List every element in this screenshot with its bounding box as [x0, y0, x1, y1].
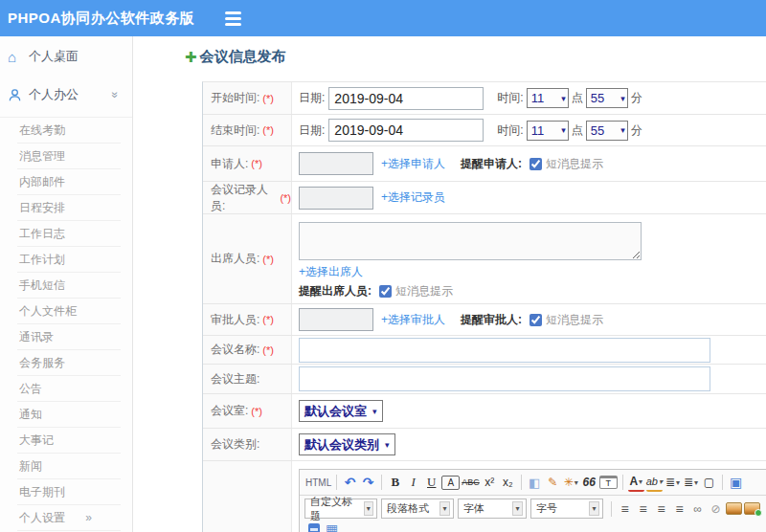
insert-table-icon[interactable]: ▦	[324, 521, 340, 532]
required-mark: (*)	[262, 344, 274, 356]
form-row-editor: HTML ↶ ↷ B I U A ABC x² x₂ ◧	[203, 461, 766, 532]
approver-input[interactable]	[299, 308, 373, 331]
field-label: 会议类别:	[203, 429, 292, 460]
start-minute-select[interactable]: 55▾	[586, 88, 628, 108]
required-mark: (*)	[251, 158, 262, 169]
choose-approver-link[interactable]: +选择审批人	[381, 312, 445, 328]
ordered-list-icon[interactable]: ≣▾	[665, 474, 681, 491]
sidebar-item-attendance[interactable]: 在线考勤	[17, 118, 121, 144]
align-left-icon[interactable]: ≡	[617, 500, 633, 518]
form-row-end-time: 结束时间:(*) 日期: 时间: 11▾ 点 55▾ 分	[203, 115, 766, 146]
sidebar-item-office[interactable]: 个人办公 »	[0, 80, 132, 109]
align-right-icon[interactable]: ≡	[653, 500, 669, 518]
fullscreen-icon[interactable]: ▣	[728, 474, 744, 491]
font-color-icon[interactable]: A▾	[628, 473, 644, 492]
meeting-subject-input[interactable]	[299, 366, 710, 391]
sidebar-item-personal-settings[interactable]: 个人设置 »	[17, 505, 121, 531]
choose-applicant-link[interactable]: +选择申请人	[381, 156, 445, 172]
paragraph-format-select[interactable]: 段落格式▾	[381, 499, 454, 519]
form-row-meeting-subject: 会议主题:	[203, 365, 766, 394]
sidebar-item-schedule[interactable]: 日程安排	[17, 195, 121, 221]
insert-link-icon[interactable]: ∞	[689, 500, 706, 518]
approver-sms-checkbox[interactable]	[529, 314, 542, 326]
upload-image-icon[interactable]	[744, 500, 760, 518]
chevron-down-icon: ▾	[620, 125, 625, 135]
sidebar-item-work-log[interactable]: 工作日志	[17, 221, 121, 247]
field-label: 会议主题:	[203, 365, 292, 393]
end-date-input[interactable]	[328, 119, 484, 142]
sidebar-item-e-journal[interactable]: 电子期刊	[17, 479, 121, 505]
form-row-meeting-type: 会议类别: 默认会议类别▾	[203, 429, 766, 461]
sidebar-item-meeting-service[interactable]: 会务服务	[17, 350, 121, 376]
sidebar-item-announcement[interactable]: 公告	[17, 376, 121, 402]
sidebar-item-internal-mail[interactable]: 内部邮件	[17, 169, 121, 195]
subscript-icon[interactable]: x₂	[500, 474, 516, 491]
applicant-input[interactable]	[299, 152, 373, 175]
end-minute-select[interactable]: 55▾	[586, 121, 628, 141]
font-style-icon[interactable]: A	[441, 476, 460, 490]
field-label: 审批人员:(*)	[203, 304, 292, 335]
choose-recorder-link[interactable]: +选择记录员	[381, 189, 445, 206]
form-row-attendees: 出席人员:(*) +选择出席人 提醒出席人员: 短消息提示	[203, 214, 766, 304]
hour-unit: 点	[572, 90, 583, 106]
remind-approver-label: 提醒审批人:	[461, 312, 522, 328]
sidebar-item-desktop[interactable]: ⌂ 个人桌面	[0, 42, 132, 71]
chevron-down-icon: ▾	[620, 94, 625, 103]
redo-icon[interactable]: ↷	[360, 474, 376, 491]
menu-icon[interactable]	[225, 11, 241, 26]
undo-icon[interactable]: ↶	[342, 474, 358, 491]
app-title: PHPOA协同办公软件政务版	[8, 10, 194, 28]
sidebar-item-events[interactable]: 大事记	[17, 428, 121, 454]
font-family-select[interactable]: 字体▾	[458, 499, 527, 519]
custom-title-select[interactable]: 自定义标题▾	[304, 499, 377, 519]
superscript-icon[interactable]: x²	[482, 474, 498, 491]
sidebar-item-notice[interactable]: 通知	[17, 402, 121, 428]
html-source-icon[interactable]: HTML	[305, 474, 331, 491]
page-title: ✚ 会议信息发布	[185, 48, 286, 66]
sidebar-item-news[interactable]: 新闻	[17, 454, 121, 479]
applicant-sms-checkbox[interactable]	[529, 158, 542, 170]
choose-attendees-link[interactable]: +选择出席人	[299, 264, 363, 280]
new-page-icon[interactable]: ▢	[701, 474, 717, 491]
recorder-input[interactable]	[299, 187, 373, 210]
rich-text-editor: HTML ↶ ↷ B I U A ABC x² x₂ ◧	[299, 469, 766, 532]
font-size-select[interactable]: 字号▾	[530, 499, 603, 519]
format-painter-icon[interactable]: ✳▾	[563, 474, 579, 491]
minute-unit: 分	[631, 90, 642, 106]
paste-text-icon[interactable]: T	[599, 476, 618, 489]
attendees-sms-checkbox[interactable]	[379, 285, 392, 298]
form-row-approver: 审批人员:(*) +选择审批人 提醒审批人: 短消息提示	[203, 304, 766, 336]
start-date-input[interactable]	[328, 87, 484, 110]
remove-link-icon[interactable]: ⊘	[708, 500, 724, 518]
sidebar-item-contacts[interactable]: 通讯录	[17, 324, 121, 350]
attendees-textarea[interactable]	[299, 222, 642, 260]
strikethrough-icon[interactable]: ABC	[462, 474, 480, 491]
sidebar-item-work-plan[interactable]: 工作计划	[17, 247, 121, 273]
required-mark: (*)	[262, 93, 274, 104]
start-hour-select[interactable]: 11▾	[527, 88, 569, 108]
meeting-room-select[interactable]: 默认会议室▾	[299, 400, 383, 422]
align-center-icon[interactable]: ≡	[635, 500, 651, 518]
chevron-double-down-icon: »	[109, 92, 123, 99]
highlight-color-icon[interactable]: ab▾	[646, 473, 663, 492]
underline-icon[interactable]: U	[423, 474, 439, 491]
meeting-name-input[interactable]	[299, 338, 710, 363]
bold-icon[interactable]: B	[387, 474, 403, 491]
person-icon	[8, 88, 25, 102]
sidebar-item-messages[interactable]: 消息管理	[17, 144, 121, 169]
meeting-type-select[interactable]: 默认会议类别▾	[299, 433, 395, 455]
sidebar-submenu: 在线考勤 消息管理 内部邮件 日程安排 工作日志 工作计划 手机短信 个人文件柜…	[0, 117, 132, 531]
blockquote-icon[interactable]: 66	[581, 474, 597, 491]
align-justify-icon[interactable]: ≡	[671, 500, 687, 518]
chevron-down-icon: ▾	[385, 440, 390, 450]
eraser-icon[interactable]: ◧	[527, 474, 543, 491]
insert-image-icon[interactable]	[726, 500, 742, 518]
sidebar-item-file-cabinet[interactable]: 个人文件柜	[17, 299, 121, 324]
sms-hint-label: 短消息提示	[546, 156, 603, 172]
clear-format-brush-icon[interactable]: ✎	[545, 474, 561, 491]
italic-icon[interactable]: I	[405, 474, 421, 491]
insert-media-icon[interactable]	[305, 521, 322, 532]
end-hour-select[interactable]: 11▾	[527, 121, 569, 141]
unordered-list-icon[interactable]: ≣▾	[683, 474, 699, 491]
sidebar-item-sms[interactable]: 手机短信	[17, 273, 121, 299]
